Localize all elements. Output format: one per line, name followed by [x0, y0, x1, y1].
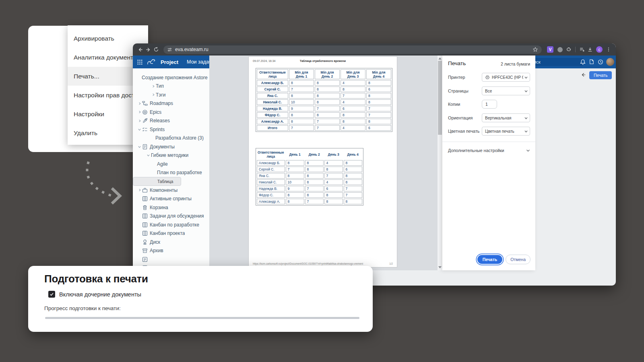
cell: 8	[305, 160, 324, 166]
sidebar-item-sprint-astore[interactable]: Разработка Astore (3)	[133, 134, 209, 143]
preview-scrollbar[interactable]	[438, 56, 442, 270]
cell: 8	[366, 99, 391, 105]
scroll-down-icon[interactable]	[438, 266, 442, 268]
sidebar-item-dev-kanban[interactable]: Канбан по разработке	[133, 220, 209, 229]
browser-profile-avatar[interactable]: c	[596, 46, 603, 53]
sidebar-item-trash[interactable]: Корзина	[133, 203, 209, 212]
checklist-icon	[142, 127, 150, 132]
kanban-icon	[142, 196, 150, 202]
address-bar[interactable]: eva.evateam.ru	[163, 45, 542, 54]
cell: 8	[289, 93, 314, 99]
user-avatar[interactable]	[606, 58, 614, 66]
chevron-right-icon	[151, 93, 156, 97]
browser-toolbar: eva.evateam.ru V c	[133, 43, 616, 56]
cell: Надежда В.	[257, 186, 285, 191]
scroll-up-icon[interactable]	[438, 58, 442, 60]
sidebar-item-worktime-table[interactable]: Таблица отработанного времени	[133, 177, 181, 186]
color-mode-select-value: Цветная печать	[485, 129, 523, 134]
table-row: Яна С.8878	[257, 93, 391, 99]
table-row: Фёдор С.8887	[257, 112, 391, 118]
print-dialog-title: Печать	[448, 60, 466, 66]
sidebar-item-tags[interactable]: Тэги	[133, 90, 209, 99]
sidebar-item-active-sprints[interactable]: Активные спринты	[133, 195, 209, 204]
site-info-icon[interactable]	[167, 47, 172, 52]
print-confirm-button[interactable]: Печать	[477, 255, 503, 264]
table-row: Александр Б.8848	[257, 160, 362, 166]
printer-label: Принтер	[448, 75, 465, 80]
product-name[interactable]: Project	[161, 59, 178, 65]
cell: 8	[286, 192, 304, 198]
cell: Николай С.	[257, 179, 285, 185]
pages-select[interactable]: Все	[482, 86, 530, 95]
dashed-arrow	[76, 156, 131, 210]
orientation-select-value: Вертикальная	[485, 116, 523, 120]
print-preview-page: 09.07.2024, 16:34 Таблица отработанного …	[248, 56, 397, 267]
browser-menu-icon[interactable]	[605, 45, 613, 53]
sidebar-item-discussion-tasks[interactable]: Задачи для обсуждения	[133, 212, 209, 221]
copies-input[interactable]	[482, 100, 497, 109]
caret-down-icon	[524, 90, 528, 93]
checkbox-label[interactable]: Включая дочерние документы	[59, 291, 141, 298]
cell: 8	[315, 80, 340, 86]
sidebar-item-sprints[interactable]: Sprints	[133, 125, 209, 134]
advanced-settings-toggle[interactable]: Дополнительные настройки	[448, 146, 530, 154]
page-back-arrow-icon[interactable]	[580, 72, 586, 78]
pages-label: Страницы	[448, 88, 469, 93]
extension-globe-icon[interactable]	[557, 47, 563, 52]
sidebar-item-archive[interactable]: Архив	[133, 247, 209, 255]
reading-list-icon[interactable]	[578, 45, 586, 53]
cell: 7	[286, 167, 304, 172]
print-page-indicator: 1/2	[389, 262, 393, 265]
browser-back-icon[interactable]	[136, 45, 144, 53]
sidebar-item-dev-plan[interactable]: План по разработке	[133, 169, 209, 177]
orientation-select[interactable]: Вертикальная	[482, 113, 530, 122]
prepare-print-dialog: Подготовка к печати Включая дочерние док…	[28, 266, 373, 332]
sidebar-item-feed[interactable]	[133, 255, 209, 264]
table-header-row: Ответственные лица Min для День 1 Min дл…	[257, 69, 391, 79]
sidebar-item-disk[interactable]: Диск	[133, 238, 209, 247]
cell: Александр Б.	[257, 160, 285, 166]
extension-v-icon[interactable]: V	[547, 46, 553, 53]
notifications-bell-icon[interactable]	[580, 59, 586, 65]
sidebar-item-project-kanban[interactable]: Канбан проекта	[133, 229, 209, 238]
sidebar-item-documents[interactable]: Документы	[133, 142, 209, 151]
cell: 7	[315, 119, 340, 124]
sidebar-item-type[interactable]: Тип	[133, 82, 209, 91]
downloads-icon[interactable]	[586, 45, 594, 53]
panel-divider	[442, 142, 535, 142]
col-header: День 3	[324, 149, 343, 159]
cell: 9	[286, 186, 304, 191]
chevron-down-icon	[137, 128, 142, 131]
cell: Яна С.	[257, 93, 288, 99]
color-mode-select[interactable]: Цветная печать	[482, 127, 530, 136]
cell: Сергей С.	[257, 167, 285, 172]
sidebar-item-releases[interactable]: Releases	[133, 117, 209, 125]
caret-down-icon	[524, 76, 528, 79]
sidebar-item-epics[interactable]: Epics	[133, 108, 209, 117]
cell: Фёдор С.	[257, 192, 285, 198]
sidebar-item-project-root[interactable]: Создание приложения Astore	[133, 73, 209, 82]
cell: 9	[289, 106, 314, 111]
cell: 6	[324, 186, 343, 191]
cell: 8	[344, 199, 362, 204]
extensions-puzzle-icon[interactable]	[565, 45, 573, 53]
sidebar-item-agile[interactable]: Agile	[133, 160, 209, 169]
notes-icon[interactable]	[588, 59, 595, 65]
scrollbar-thumb[interactable]	[438, 61, 442, 135]
cell: 7	[315, 106, 340, 111]
include-children-checkbox[interactable]	[48, 291, 55, 298]
printer-select[interactable]: HPFCE43C (HP Color La:	[482, 73, 530, 82]
sidebar-item-agile-methods[interactable]: Гибкие методики	[133, 151, 209, 160]
apps-grid-icon[interactable]	[137, 59, 143, 65]
history-icon[interactable]	[597, 59, 604, 65]
bookmark-star-icon[interactable]	[533, 47, 538, 52]
cell: 7	[324, 173, 343, 179]
print-cancel-button[interactable]: Отмена	[506, 255, 530, 264]
sidebar-item-components[interactable]: Компоненты	[133, 186, 209, 195]
document-icon	[142, 144, 150, 150]
browser-reload-icon[interactable]	[152, 45, 160, 53]
browser-forward-icon[interactable]	[144, 45, 152, 53]
cell: 8	[324, 167, 343, 172]
sidebar-item-roadmaps[interactable]: Roadmaps	[133, 99, 209, 108]
page-print-button[interactable]: Печать	[589, 71, 612, 79]
